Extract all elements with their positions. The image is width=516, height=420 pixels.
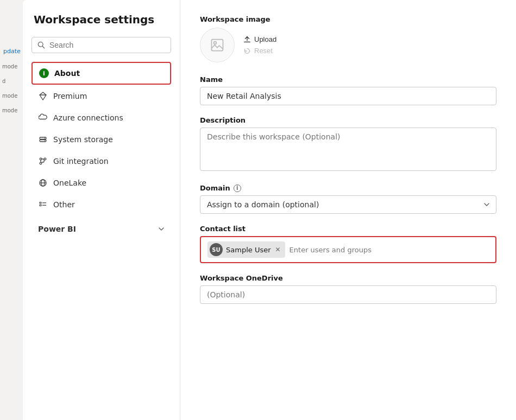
reset-button[interactable]: Reset xyxy=(243,47,276,55)
contact-list-group: Contact list SU Sample User ✕ xyxy=(200,225,496,263)
upload-button[interactable]: Upload xyxy=(243,35,276,43)
domain-select[interactable]: Assign to a domain (optional) xyxy=(200,195,496,214)
svg-rect-14 xyxy=(40,202,41,204)
description-input[interactable] xyxy=(200,128,496,171)
name-input[interactable] xyxy=(200,87,496,105)
strip-mode3: mode xyxy=(0,103,23,118)
workspace-image-placeholder xyxy=(200,28,235,62)
onelake-icon xyxy=(38,178,48,188)
svg-point-19 xyxy=(214,42,217,44)
reset-label: Reset xyxy=(254,47,273,55)
workspace-image-label: Workspace image xyxy=(200,15,496,23)
power-bi-label: Power BI xyxy=(38,225,76,233)
list-icon xyxy=(38,200,48,209)
domain-select-wrapper: Assign to a domain (optional) xyxy=(200,195,496,214)
upload-label: Upload xyxy=(254,35,276,43)
left-strips: pdate mode d mode mode xyxy=(0,0,23,420)
cloud-icon xyxy=(38,113,48,123)
sidebar-item-storage[interactable]: System storage xyxy=(32,129,171,150)
chevron-down-icon xyxy=(158,226,165,232)
diamond-icon xyxy=(38,91,48,101)
svg-rect-15 xyxy=(40,205,41,206)
domain-group: Domain i Assign to a domain (optional) xyxy=(200,184,496,214)
sidebar-item-label-other: Other xyxy=(53,200,75,209)
strip-mode2: mode xyxy=(0,88,23,103)
strip-d: d xyxy=(0,74,23,88)
contact-list-box[interactable]: SU Sample User ✕ xyxy=(200,236,496,263)
image-actions: Upload Reset xyxy=(243,35,276,55)
search-input[interactable] xyxy=(49,41,165,49)
search-box[interactable] xyxy=(32,37,171,53)
workspace-image-row: Upload Reset xyxy=(200,28,496,62)
description-group: Description xyxy=(200,116,496,173)
contact-name: Sample User xyxy=(226,246,271,254)
sidebar: Workspace settings i About xyxy=(23,0,180,420)
workspace-image-group: Workspace image xyxy=(200,15,496,62)
onedrive-input[interactable] xyxy=(200,285,496,304)
reset-icon xyxy=(243,47,251,55)
about-icon: i xyxy=(39,68,49,78)
sidebar-item-onelake[interactable]: OneLake xyxy=(32,173,171,193)
contact-avatar: SU xyxy=(210,243,223,256)
sidebar-nav: i About Premium xyxy=(32,62,171,215)
name-label: Name xyxy=(200,75,496,84)
sidebar-item-label-onelake: OneLake xyxy=(53,179,86,187)
description-label: Description xyxy=(200,116,496,124)
sidebar-section-powerbi[interactable]: Power BI xyxy=(32,219,171,239)
sidebar-item-other[interactable]: Other xyxy=(32,194,171,215)
strip-mode1: mode xyxy=(0,59,23,74)
svg-point-8 xyxy=(40,158,42,160)
search-icon xyxy=(37,41,45,49)
sidebar-item-label-premium: Premium xyxy=(53,92,87,100)
upload-icon xyxy=(243,36,251,43)
contact-chip: SU Sample User ✕ xyxy=(207,241,285,258)
sidebar-item-premium[interactable]: Premium xyxy=(32,86,171,106)
sidebar-item-label-azure: Azure connections xyxy=(53,113,123,122)
storage-icon xyxy=(38,135,48,144)
svg-rect-18 xyxy=(212,40,223,51)
svg-point-10 xyxy=(40,162,42,164)
onedrive-group: Workspace OneDrive xyxy=(200,274,496,304)
sidebar-item-azure[interactable]: Azure connections xyxy=(32,107,171,128)
sidebar-item-about[interactable]: i About xyxy=(32,62,171,85)
image-icon xyxy=(210,37,225,53)
sidebar-item-label-about: About xyxy=(54,69,80,78)
contact-list-label: Contact list xyxy=(200,225,496,233)
sidebar-item-label-git: Git integration xyxy=(53,157,109,166)
contact-search-input[interactable] xyxy=(290,246,489,254)
domain-label: Domain i xyxy=(200,184,496,192)
strip-update: pdate xyxy=(0,43,23,59)
git-icon xyxy=(38,156,48,166)
name-group: Name xyxy=(200,75,496,105)
sidebar-item-label-storage: System storage xyxy=(53,135,113,144)
main-panel: Workspace settings i About xyxy=(23,0,516,420)
content-area: Workspace image xyxy=(180,0,516,420)
svg-line-1 xyxy=(42,46,45,48)
contact-remove-button[interactable]: ✕ xyxy=(275,246,281,253)
domain-info-icon: i xyxy=(234,184,241,192)
sidebar-item-git[interactable]: Git integration xyxy=(32,151,171,171)
svg-point-6 xyxy=(45,138,46,139)
onedrive-label: Workspace OneDrive xyxy=(200,274,496,282)
svg-point-7 xyxy=(45,140,46,141)
svg-marker-2 xyxy=(40,92,46,100)
page-title: Workspace settings xyxy=(32,13,171,26)
